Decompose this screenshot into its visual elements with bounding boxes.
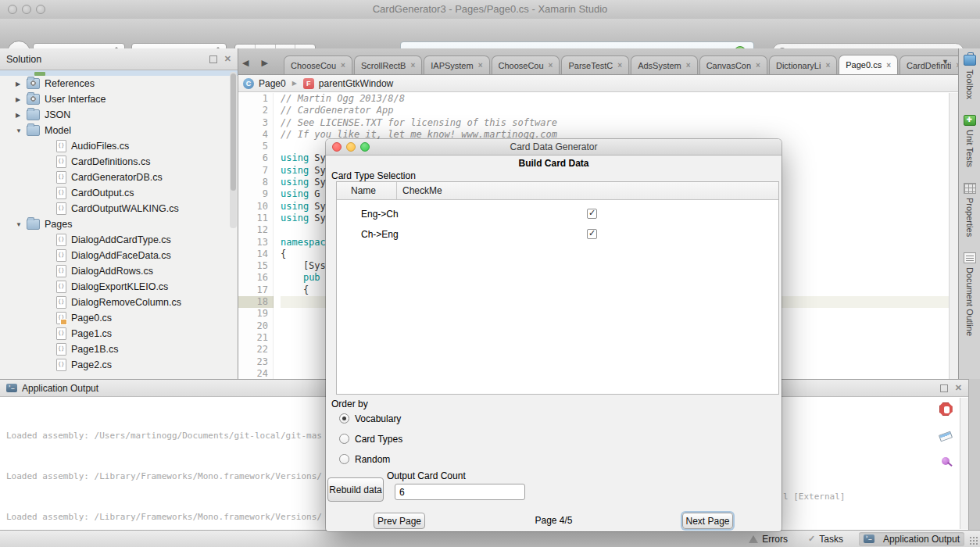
tree-row[interactable]: AudioFiles.cs bbox=[0, 138, 238, 154]
close-pad-icon[interactable]: ✕ bbox=[955, 383, 962, 393]
document-tab[interactable]: DictionaryLi × bbox=[769, 55, 837, 74]
tree-item-icon bbox=[27, 94, 40, 105]
next-page-button[interactable]: Next Page bbox=[682, 513, 733, 529]
tree-item-label: AudioFiles.cs bbox=[71, 141, 129, 152]
tab-close-icon[interactable]: × bbox=[686, 61, 691, 70]
tree-row[interactable]: DialogExportKLEIO.cs bbox=[0, 279, 238, 295]
tree-item-label: CardOutput.cs bbox=[71, 188, 134, 198]
application-output-pad-button[interactable]: Application Output bbox=[859, 532, 964, 546]
tree-row[interactable]: Page2.cs bbox=[0, 357, 238, 373]
tree-row[interactable]: ▶ References bbox=[0, 76, 238, 91]
order-radio[interactable] bbox=[339, 434, 349, 444]
order-radio[interactable] bbox=[339, 413, 349, 424]
errors-pad-button[interactable]: Errors bbox=[744, 532, 792, 546]
tree-item-icon bbox=[56, 202, 66, 215]
window-titlebar[interactable]: CardGenerator3 - Pages/Page0.cs - Xamari… bbox=[0, 0, 980, 20]
solution-pad-header: Solution ✕ bbox=[0, 48, 238, 70]
dialog-titlebar[interactable]: Card Data Generator bbox=[326, 139, 781, 156]
tree-item-icon bbox=[56, 343, 66, 356]
expander-icon[interactable]: ▼ bbox=[16, 221, 27, 228]
tab-close-icon[interactable]: × bbox=[410, 61, 415, 70]
document-tab[interactable]: ChooseCou × bbox=[284, 55, 352, 74]
tab-close-icon[interactable]: × bbox=[756, 61, 760, 70]
table-row[interactable]: Ch->Eng bbox=[337, 225, 778, 245]
tree-item-icon bbox=[56, 281, 66, 293]
order-option[interactable]: Vocabulary bbox=[339, 413, 402, 434]
tree-row[interactable]: DialogAddFaceData.cs bbox=[0, 248, 238, 263]
table-row[interactable]: Eng->Ch bbox=[337, 205, 778, 225]
breadcrumb-class[interactable]: Page0 bbox=[259, 78, 286, 89]
document-tab[interactable]: Page0.cs × bbox=[839, 55, 898, 74]
editor-scrollbar[interactable] bbox=[949, 93, 958, 379]
order-option[interactable]: Card Types bbox=[339, 434, 402, 454]
expander-icon[interactable]: ▶ bbox=[16, 112, 27, 119]
column-divider[interactable] bbox=[396, 182, 397, 199]
tree-item-icon bbox=[27, 78, 40, 89]
tree-row[interactable]: Page1.cs bbox=[0, 326, 238, 341]
dialog-title: Card Data Generator bbox=[326, 141, 781, 152]
card-type-checkbox[interactable] bbox=[587, 229, 597, 239]
expander-icon[interactable]: ▶ bbox=[16, 96, 27, 103]
nav-forward-icon[interactable]: ▶ bbox=[261, 58, 267, 68]
breadcrumb-member[interactable]: parentGtkWindow bbox=[319, 78, 393, 89]
tree-row[interactable]: DialogAddRows.cs bbox=[0, 263, 238, 279]
pin-output-icon[interactable] bbox=[942, 457, 950, 465]
dock-pad-icon[interactable] bbox=[209, 55, 217, 63]
tab-close-icon[interactable]: × bbox=[617, 61, 622, 70]
output-card-count-input[interactable]: 6 bbox=[395, 484, 525, 500]
dock-pad-icon[interactable] bbox=[940, 384, 948, 392]
tree-row[interactable]: CardGeneratorDB.cs bbox=[0, 170, 238, 185]
document-tab[interactable]: IAPSystem × bbox=[424, 55, 489, 74]
tree-row[interactable]: Page0.cs bbox=[0, 310, 238, 326]
expander-icon[interactable]: ▶ bbox=[16, 80, 27, 88]
tab-overflow-icon[interactable]: ▼ bbox=[942, 58, 949, 66]
tree-row[interactable]: DialogAddCardType.cs bbox=[0, 232, 238, 248]
tree-row[interactable]: ▼ Model bbox=[0, 123, 238, 138]
nav-back-icon[interactable]: ◀ bbox=[242, 58, 249, 68]
tree-row[interactable]: CardOutputWALKING.cs bbox=[0, 201, 238, 216]
card-type-checkbox[interactable] bbox=[587, 209, 597, 219]
clear-output-icon[interactable] bbox=[939, 431, 953, 442]
rebuild-data-button[interactable]: Rebuild data bbox=[327, 477, 384, 502]
document-tab[interactable]: CanvasCon × bbox=[699, 55, 767, 74]
column-header-name[interactable]: Name bbox=[351, 185, 376, 196]
dock-tab[interactable]: Unit Tests bbox=[964, 115, 976, 167]
tree-row[interactable]: ▶ JSON bbox=[0, 107, 238, 123]
tab-close-icon[interactable]: × bbox=[886, 61, 891, 70]
code-line[interactable]: 2// CardGenerator App bbox=[238, 105, 958, 116]
tab-close-icon[interactable]: × bbox=[549, 61, 553, 70]
tree-item-label: DialogExportKLEIO.cs bbox=[71, 281, 168, 292]
dock-tab[interactable]: Document Outline bbox=[964, 252, 976, 336]
errors-label: Errors bbox=[762, 534, 788, 545]
dock-tab[interactable]: Toolbox bbox=[964, 55, 976, 99]
tree-row[interactable]: Page1B.cs bbox=[0, 341, 238, 357]
expander-icon[interactable]: ▼ bbox=[16, 127, 27, 134]
tab-close-icon[interactable]: × bbox=[341, 61, 345, 70]
code-line[interactable]: 1// Martin Ogg 2013/8/8 bbox=[238, 93, 958, 105]
tree-item-label: DialogAddCardType.cs bbox=[71, 234, 171, 245]
resize-grip[interactable] bbox=[969, 536, 978, 545]
stop-output-icon[interactable] bbox=[939, 402, 953, 416]
document-tab[interactable]: ChooseCou × bbox=[492, 55, 560, 74]
tree-row[interactable]: ▶ User Interface bbox=[0, 91, 238, 107]
document-tab[interactable]: ScrollRectB × bbox=[354, 55, 422, 74]
partially-visible-tree-row[interactable] bbox=[0, 70, 238, 76]
close-pad-icon[interactable]: ✕ bbox=[224, 54, 231, 64]
tree-row[interactable]: ▼ Pages bbox=[0, 216, 238, 232]
document-tab[interactable]: ParseTestC × bbox=[561, 55, 629, 74]
tab-close-icon[interactable]: × bbox=[478, 61, 483, 70]
tree-row[interactable]: DialogRemoveColumn.cs bbox=[0, 295, 238, 310]
solution-scrollbar[interactable] bbox=[230, 72, 237, 228]
tree-row[interactable]: CardDefinitions.cs bbox=[0, 154, 238, 170]
tree-row[interactable]: CardOutput.cs bbox=[0, 185, 238, 201]
tab-close-icon[interactable]: × bbox=[825, 61, 830, 70]
column-header-checkme[interactable]: CheckMe bbox=[402, 185, 442, 196]
tab-label: DictionaryLi bbox=[776, 61, 821, 70]
code-line[interactable]: 3// See LICENSE.TXT for licensing of thi… bbox=[238, 117, 958, 129]
document-tab[interactable]: AdsSystem × bbox=[631, 55, 697, 74]
order-radio[interactable] bbox=[339, 454, 349, 464]
tasks-pad-button[interactable]: ✓ Tasks bbox=[803, 532, 848, 546]
output-scrollbar[interactable] bbox=[960, 398, 968, 529]
dialog-header: Build Card Data bbox=[326, 158, 781, 169]
dock-tab[interactable]: Properties bbox=[964, 183, 976, 237]
